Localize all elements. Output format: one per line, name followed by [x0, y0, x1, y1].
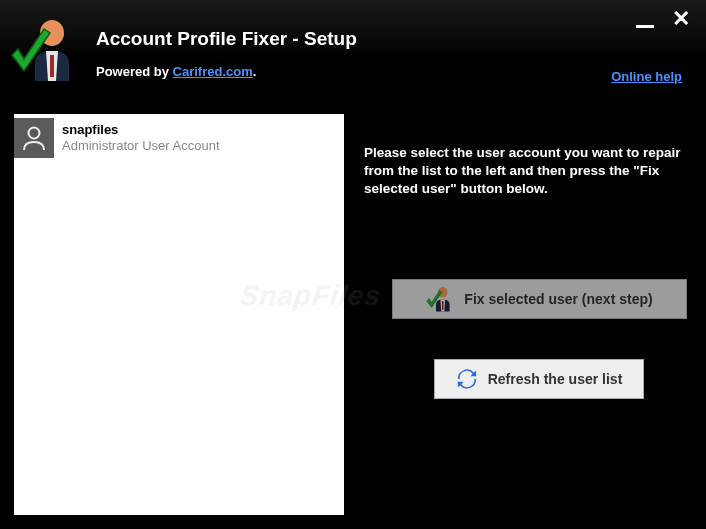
- close-icon[interactable]: ✕: [672, 8, 690, 30]
- fix-selected-user-button[interactable]: Fix selected user (next step): [392, 279, 687, 319]
- svg-rect-4: [442, 301, 444, 310]
- powered-by: Powered by Carifred.com.: [96, 64, 686, 79]
- online-help-link[interactable]: Online help: [611, 69, 682, 84]
- svg-rect-1: [50, 55, 54, 77]
- powered-prefix: Powered by: [96, 64, 173, 79]
- app-logo-icon: [10, 15, 80, 85]
- refresh-icon: [456, 368, 478, 390]
- svg-point-2: [29, 128, 40, 139]
- header: Account Profile Fixer - Setup Powered by…: [0, 0, 706, 100]
- refresh-user-list-button[interactable]: Refresh the user list: [434, 359, 644, 399]
- right-panel: Please select the user account you want …: [364, 114, 692, 515]
- user-avatar-icon: [14, 118, 54, 158]
- carifred-link[interactable]: Carifred.com: [173, 64, 253, 79]
- fix-button-icon: [426, 285, 454, 313]
- fix-button-label: Fix selected user (next step): [464, 291, 652, 307]
- user-name: snapfiles: [62, 122, 220, 138]
- user-text: snapfiles Administrator User Account: [62, 122, 220, 155]
- powered-suffix: .: [253, 64, 257, 79]
- main-content: snapfiles Administrator User Account Ple…: [0, 100, 706, 529]
- window-controls: ✕: [636, 8, 690, 30]
- user-role: Administrator User Account: [62, 138, 220, 154]
- instructions-text: Please select the user account you want …: [364, 144, 692, 199]
- page-title: Account Profile Fixer - Setup: [96, 28, 686, 50]
- list-item[interactable]: snapfiles Administrator User Account: [14, 114, 344, 162]
- minimize-icon[interactable]: [636, 25, 654, 28]
- refresh-button-label: Refresh the user list: [488, 371, 623, 387]
- user-list[interactable]: snapfiles Administrator User Account: [14, 114, 344, 515]
